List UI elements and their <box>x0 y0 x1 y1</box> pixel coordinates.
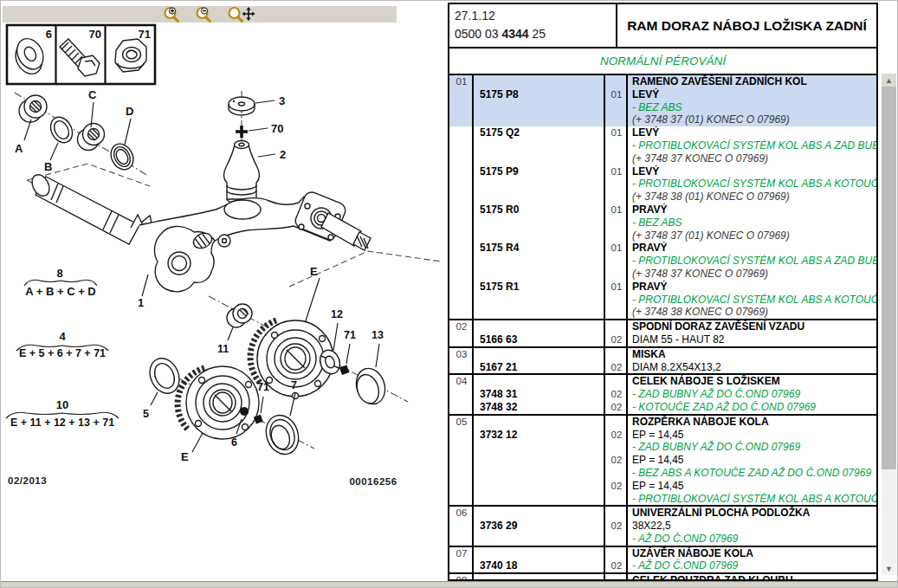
column-divider <box>626 320 628 346</box>
part-row[interactable]: - PROTIBLOKOVACÍ SYSTÉM KOL ABS A KOTOUČ… <box>449 493 876 506</box>
part-row[interactable]: 3748 3202- KOTOUČE ZAD AŽ DO Č.OND 07969 <box>449 401 876 414</box>
part-number <box>474 178 605 191</box>
callout-71a: 71 <box>344 329 356 341</box>
part-row[interactable]: (+ 3748 37 (01) KONEC O 07969) <box>449 229 876 242</box>
description: - BEZ ABS A KOTOUČE ZAD AŽ DO Č.OND 0796… <box>628 467 876 480</box>
part-number <box>474 191 605 204</box>
quantity: 01 <box>605 204 628 216</box>
part-row[interactable]: 06UNIVERZÁLNÍ PLOCHÁ PODLOŽKA <box>449 507 876 520</box>
part-row[interactable]: 03MISKA <box>449 348 876 361</box>
bolt-6-dot <box>240 407 249 416</box>
part-row[interactable]: - ZAD BUBNY AŽ DO Č.OND 07969 <box>449 441 876 454</box>
section-index <box>449 139 474 152</box>
description: CELEK NÁBOJE S LOŽISKEM <box>628 375 876 388</box>
callout-5: 5 <box>143 408 149 420</box>
part-row[interactable]: 5167 2102DIAM 8,2X54X13,2 <box>449 361 876 374</box>
part-row[interactable]: - PROTIBLOKOVACÍ SYSTÉM KOL ABS A ZAD BU… <box>449 139 876 152</box>
section-index <box>449 480 474 493</box>
section-index <box>449 216 474 229</box>
part-row[interactable]: - PROTIBLOKOVACÍ SYSTÉM KOL ABS A ZAD BU… <box>449 255 876 268</box>
part-row[interactable]: - BEZ ABS A KOTOUČE ZAD AŽ DO Č.OND 0796… <box>449 467 876 480</box>
part-row[interactable]: 05ROZPĚRKA NÁBOJE KOLA <box>449 416 876 429</box>
quantity <box>605 507 628 520</box>
part-number <box>474 454 605 467</box>
scroll-down-button[interactable]: ▼ <box>882 562 896 575</box>
description: - BEZ ABS <box>628 216 876 229</box>
part-row[interactable]: 5175 R101PRAVÝ <box>449 281 876 294</box>
part-row[interactable]: 04CELEK NÁBOJE S LOŽISKEM <box>449 375 876 388</box>
part-row-selected[interactable]: 5175 P801LEVÝ <box>449 88 876 101</box>
scroll-up-button[interactable]: ▲ <box>882 74 896 87</box>
scrollbar-thumb[interactable] <box>882 87 896 469</box>
section-index <box>449 533 474 546</box>
exploded-diagram: A B C D 3 70 <box>1 1 448 588</box>
part-number: 3748 31 <box>474 388 605 401</box>
callout-6: 6 <box>231 436 237 449</box>
part-row[interactable]: 5175 P901LEVÝ <box>449 165 876 178</box>
part-row[interactable]: 02EP = 14,45 <box>449 454 876 467</box>
part-row[interactable]: (+ 3748 38 KONEC O 07969) <box>449 306 876 319</box>
description: CELEK POUZDRA ZAD KLOUBU <box>628 574 876 581</box>
description: LEVÝ <box>628 88 876 101</box>
quantity <box>605 416 628 429</box>
column-divider <box>626 416 628 506</box>
description: - AŽ DO Č.OND 07969 <box>628 533 876 546</box>
part-row[interactable]: - AŽ DO Č.OND 07969 <box>449 533 876 546</box>
part-row[interactable]: 07UZÁVĚR NÁBOJE KOLA <box>449 547 876 560</box>
column-divider <box>604 320 605 346</box>
quantity: 02 <box>605 480 628 493</box>
part-number <box>474 547 605 560</box>
callout-d: D <box>126 105 133 118</box>
svg-text:8: 8 <box>56 267 62 280</box>
column-divider <box>604 574 605 581</box>
part-row[interactable]: 5175 R401PRAVÝ <box>449 242 876 255</box>
callout-1: 1 <box>138 296 144 309</box>
column-divider <box>604 547 605 573</box>
section-index: 01 <box>449 75 474 88</box>
part-row[interactable]: 3740 1802- AŽ DO Č.OND 07969 <box>449 559 876 572</box>
part-row[interactable]: 5166 6302DIAM 55 - HAUT 82 <box>449 333 876 346</box>
description: MISKA <box>628 348 876 361</box>
part-row-selected[interactable]: 01RAMENO ZAVĚŠENÍ ZADNÍCH KOL <box>449 75 876 88</box>
part-number <box>474 574 605 581</box>
description: (+ 3748 37 (01) KONEC O 07969) <box>628 113 876 126</box>
column-divider <box>472 320 474 346</box>
column-divider <box>472 375 474 413</box>
part-row[interactable]: 5175 Q201LEVÝ <box>449 126 876 139</box>
part-row[interactable]: - PROTIBLOKOVACÍ SYSTÉM KOL ABS A KOTOUČ… <box>449 178 876 191</box>
part-row[interactable]: 02SPODNÍ DORAZ ZAVĚŠENÍ VZADU <box>449 320 876 333</box>
description: LEVÝ <box>628 126 876 139</box>
part-row[interactable]: - BEZ ABS <box>449 216 876 229</box>
bump-stop-2 <box>223 141 259 204</box>
quantity <box>605 139 628 152</box>
scrollbar[interactable]: ▲ ▼ <box>882 74 896 575</box>
description: - PROTIBLOKOVACÍ SYSTÉM KOL ABS A KOTOUČ… <box>628 294 876 307</box>
part-number <box>474 294 605 307</box>
part-row[interactable]: 02EP = 14,45 <box>449 480 876 493</box>
part-row[interactable]: (+ 3748 37 KONEC O 07969) <box>449 152 876 165</box>
part-row[interactable]: 3736 290238X22,5 <box>449 520 876 533</box>
part-number <box>474 320 605 333</box>
section-index <box>449 101 474 114</box>
part-row[interactable]: 08CELEK POUZDRA ZAD KLOUBU <box>449 574 876 581</box>
part-row-selected[interactable]: - BEZ ABS <box>449 101 876 114</box>
section-index <box>449 88 474 101</box>
drawing-number: 00016256 <box>349 476 397 487</box>
diagram-date: 02/2013 <box>8 475 47 486</box>
part-row[interactable]: 5175 R001PRAVÝ <box>449 204 876 216</box>
part-row-selected[interactable]: (+ 3748 37 (01) KONEC O 07969) <box>449 113 876 126</box>
callout-e-upper: E <box>310 265 318 278</box>
table-section: 03MISKA5167 2102DIAM 8,2X54X13,2 <box>449 348 876 376</box>
catalog-date: 27.1.12 <box>455 7 611 25</box>
part-row[interactable]: 3732 1202EP = 14,45 <box>449 429 876 442</box>
part-row[interactable]: (+ 3748 37 KONEC O 07969) <box>449 268 876 281</box>
quantity: 01 <box>605 281 628 294</box>
column-divider <box>472 547 474 573</box>
part-row[interactable]: - PROTIBLOKOVACÍ SYSTÉM KOL ABS A KOTOUČ… <box>449 294 876 307</box>
callout-c: C <box>88 88 97 101</box>
section-index <box>449 152 474 165</box>
part-row[interactable]: 3748 3102- ZAD BUBNY AŽ DO Č.OND 07969 <box>449 388 876 401</box>
quantity: 02 <box>605 429 628 442</box>
part-row[interactable]: (+ 3748 38 (01) KONEC O 07969) <box>449 191 876 204</box>
quantity <box>605 268 628 281</box>
